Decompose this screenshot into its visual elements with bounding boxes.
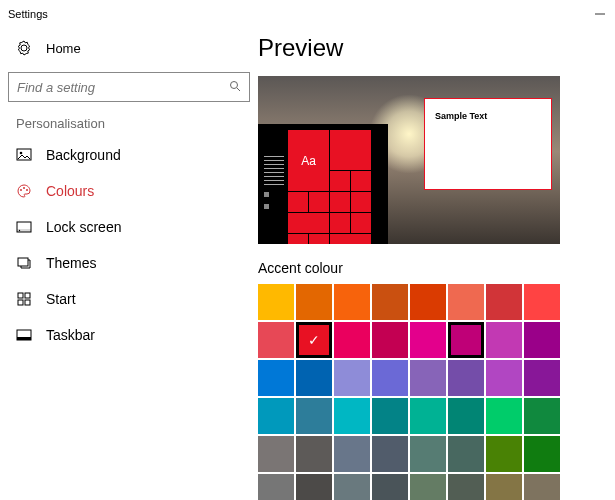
- home-button[interactable]: Home: [8, 34, 250, 68]
- sidebar-item-label: Themes: [46, 255, 97, 271]
- accent-swatch[interactable]: [410, 322, 446, 358]
- accent-swatch[interactable]: [258, 360, 294, 396]
- window-title: Settings: [8, 8, 48, 20]
- accent-swatch[interactable]: [448, 474, 484, 500]
- sidebar-item-label: Lock screen: [46, 219, 121, 235]
- accent-swatch[interactable]: [258, 436, 294, 472]
- sidebar-item-background[interactable]: Background: [8, 137, 250, 173]
- accent-swatch[interactable]: [372, 360, 408, 396]
- svg-rect-11: [18, 258, 28, 266]
- svg-rect-17: [17, 337, 31, 340]
- svg-line-2: [237, 88, 240, 91]
- accent-swatch[interactable]: [296, 360, 332, 396]
- accent-swatch[interactable]: [334, 284, 370, 320]
- accent-swatch[interactable]: [258, 284, 294, 320]
- accent-swatch[interactable]: [448, 436, 484, 472]
- accent-swatch[interactable]: [448, 398, 484, 434]
- accent-swatch[interactable]: [486, 474, 522, 500]
- sidebar-item-label: Start: [46, 291, 76, 307]
- accent-swatch[interactable]: [296, 398, 332, 434]
- accent-swatch[interactable]: [372, 322, 408, 358]
- accent-swatch[interactable]: [296, 284, 332, 320]
- accent-swatch[interactable]: [334, 360, 370, 396]
- accent-swatch[interactable]: [296, 322, 332, 358]
- lock-screen-icon: [16, 219, 32, 235]
- svg-point-7: [26, 189, 28, 191]
- accent-swatch[interactable]: [410, 436, 446, 472]
- accent-swatch[interactable]: [524, 474, 560, 500]
- accent-swatch[interactable]: [334, 474, 370, 500]
- accent-swatch[interactable]: [410, 360, 446, 396]
- svg-rect-14: [18, 300, 23, 305]
- preview-start-list: [264, 130, 284, 238]
- sidebar-item-start[interactable]: Start: [8, 281, 250, 317]
- accent-swatch[interactable]: [524, 322, 560, 358]
- accent-swatch[interactable]: [524, 360, 560, 396]
- gear-icon: [16, 40, 32, 56]
- svg-rect-12: [18, 293, 23, 298]
- main-content: Preview Aa Sample Text: [258, 28, 615, 500]
- accent-swatch[interactable]: [258, 474, 294, 500]
- accent-swatch-grid: [258, 284, 560, 500]
- sidebar-item-lock-screen[interactable]: Lock screen: [8, 209, 250, 245]
- colours-icon: [16, 183, 32, 199]
- search-box[interactable]: [8, 72, 250, 102]
- preview-heading: Preview: [258, 34, 603, 62]
- svg-point-1: [231, 81, 238, 88]
- svg-point-4: [20, 152, 23, 155]
- preview-tiles: Aa: [288, 130, 371, 238]
- search-input[interactable]: [17, 80, 229, 95]
- accent-swatch[interactable]: [486, 284, 522, 320]
- accent-swatch[interactable]: [448, 284, 484, 320]
- svg-point-6: [23, 187, 25, 189]
- accent-swatch[interactable]: [486, 322, 522, 358]
- svg-point-10: [19, 230, 20, 231]
- accent-swatch[interactable]: [334, 398, 370, 434]
- start-icon: [16, 291, 32, 307]
- svg-rect-13: [25, 293, 30, 298]
- accent-swatch[interactable]: [524, 436, 560, 472]
- accent-swatch[interactable]: [296, 474, 332, 500]
- sidebar-item-colours[interactable]: Colours: [8, 173, 250, 209]
- accent-swatch[interactable]: [372, 436, 408, 472]
- accent-swatch[interactable]: [486, 398, 522, 434]
- preview-start-panel: Aa: [258, 124, 388, 244]
- sidebar-item-taskbar[interactable]: Taskbar: [8, 317, 250, 353]
- sidebar-item-themes[interactable]: Themes: [8, 245, 250, 281]
- taskbar-icon: [16, 327, 32, 343]
- themes-icon: [16, 255, 32, 271]
- svg-rect-15: [25, 300, 30, 305]
- accent-swatch[interactable]: [258, 322, 294, 358]
- preview-sample-window: Sample Text: [424, 98, 552, 190]
- accent-swatch[interactable]: [410, 398, 446, 434]
- sidebar-group-label: Personalisation: [8, 116, 250, 137]
- accent-swatch[interactable]: [448, 322, 484, 358]
- preview-tile-big: Aa: [288, 130, 329, 191]
- accent-swatch[interactable]: [410, 474, 446, 500]
- background-icon: [16, 147, 32, 163]
- home-label: Home: [46, 41, 81, 56]
- accent-swatch[interactable]: [372, 284, 408, 320]
- preview-box: Aa Sample Text: [258, 76, 560, 244]
- accent-heading: Accent colour: [258, 260, 603, 276]
- accent-swatch[interactable]: [486, 436, 522, 472]
- accent-swatch[interactable]: [448, 360, 484, 396]
- accent-swatch[interactable]: [372, 474, 408, 500]
- accent-swatch[interactable]: [258, 398, 294, 434]
- accent-swatch[interactable]: [486, 360, 522, 396]
- accent-swatch[interactable]: [524, 398, 560, 434]
- sidebar-item-label: Taskbar: [46, 327, 95, 343]
- accent-swatch[interactable]: [334, 322, 370, 358]
- preview-sample-text: Sample Text: [435, 111, 541, 121]
- minimize-icon[interactable]: [593, 14, 607, 15]
- accent-swatch[interactable]: [296, 436, 332, 472]
- sidebar-item-label: Background: [46, 147, 121, 163]
- accent-swatch[interactable]: [334, 436, 370, 472]
- svg-point-5: [20, 189, 22, 191]
- titlebar: Settings: [0, 0, 615, 28]
- sidebar-item-label: Colours: [46, 183, 94, 199]
- accent-swatch[interactable]: [524, 284, 560, 320]
- accent-swatch[interactable]: [372, 398, 408, 434]
- accent-swatch[interactable]: [410, 284, 446, 320]
- sidebar: Home Personalisation BackgroundColoursLo…: [0, 28, 258, 500]
